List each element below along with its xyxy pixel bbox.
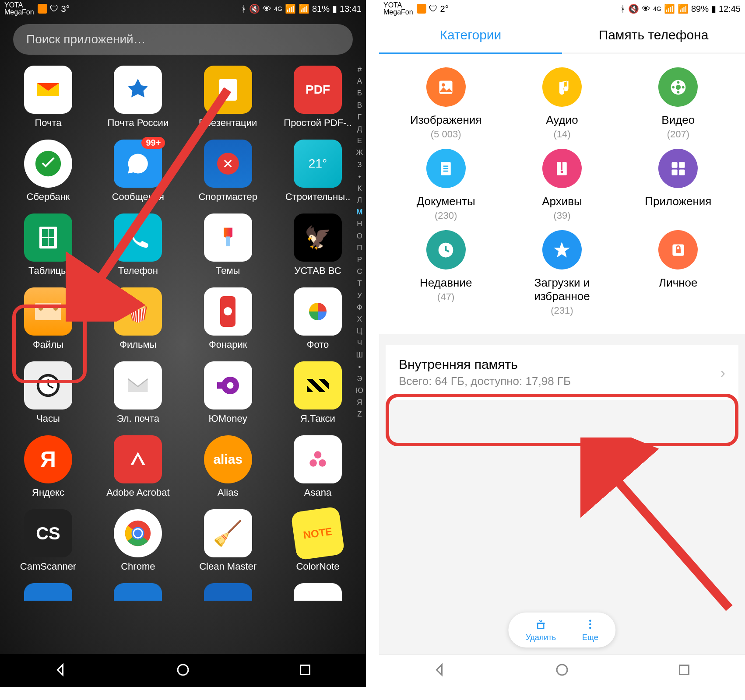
chevron-right-icon: ›	[720, 364, 725, 381]
svg-rect-31	[671, 162, 677, 168]
svg-point-2	[137, 163, 139, 165]
eye-comfort-icon: 👁	[642, 4, 650, 14]
mute-icon: 🔇	[628, 4, 639, 14]
app-partial-3[interactable]	[193, 583, 263, 601]
app-colornote[interactable]: NOTEColorNote	[283, 509, 353, 572]
app-asana[interactable]: Asana	[283, 435, 353, 498]
app-files[interactable]: Файлы	[13, 287, 83, 350]
carrier-label: YOTA MegaFon	[4, 2, 34, 16]
temperature-label: 2°	[440, 4, 449, 14]
category-private[interactable]: Личное	[626, 230, 731, 316]
search-input[interactable]: Поиск приложений…	[13, 24, 353, 55]
app-yandex-taxi[interactable]: Я.Такси	[283, 361, 353, 424]
app-email[interactable]: Эл. почта	[103, 361, 173, 424]
recents-button[interactable]	[676, 662, 692, 679]
app-partial-1[interactable]	[13, 583, 83, 601]
internal-storage-item[interactable]: Внутренняя память Всего: 64 ГБ, доступно…	[386, 345, 738, 400]
app-russian-post[interactable]: Почта России	[103, 66, 173, 129]
app-building[interactable]: 21°Строительны..	[283, 140, 353, 203]
signal-icon: 📶	[299, 4, 309, 14]
more-button[interactable]: Еще	[582, 618, 598, 642]
signal-icon: 📶	[285, 4, 296, 14]
app-indicator-icon	[38, 4, 47, 14]
svg-point-10	[314, 451, 322, 458]
category-documents[interactable]: Документы(230)	[394, 149, 499, 221]
tab-categories[interactable]: Категории	[379, 18, 562, 52]
svg-point-43	[557, 665, 567, 675]
delete-button[interactable]: Удалить	[526, 618, 556, 642]
app-flashlight[interactable]: Фонарик	[193, 287, 263, 350]
app-mail[interactable]: Почта	[13, 66, 83, 129]
app-adobe-acrobat[interactable]: Adobe Acrobat	[103, 435, 173, 498]
app-sportmaster[interactable]: ✕Спортмастер	[193, 140, 263, 203]
svg-point-23	[676, 84, 681, 89]
app-sheets[interactable]: Таблицы	[13, 214, 83, 276]
app-sberbank[interactable]: Сбербанк	[13, 140, 83, 203]
phone-app-drawer: YOTA MegaFon 🛡 3° ᚼ 🔇 👁 4G 📶 📶 81% ▮ 13:…	[0, 0, 366, 687]
app-alias[interactable]: aliasAlias	[193, 435, 263, 498]
app-indicator-icon	[417, 4, 426, 14]
app-partial-2[interactable]	[103, 583, 173, 601]
phone-files-app: YOTA MegaFon 🛡 2° ᚼ 🔇 👁 4G 📶 📶 89% ▮ 12:…	[379, 0, 745, 687]
svg-point-18	[178, 665, 188, 675]
svg-point-16	[134, 529, 142, 537]
category-video[interactable]: Видео(207)	[626, 67, 731, 140]
carrier-label: YOTA MegaFon	[383, 2, 413, 16]
app-clock[interactable]: Часы	[13, 361, 83, 424]
app-yoomoney[interactable]: ЮMoney	[193, 361, 263, 424]
app-camscanner[interactable]: CSCamScanner	[13, 509, 83, 572]
app-slides[interactable]: Презентации	[193, 66, 263, 129]
svg-point-27	[672, 86, 675, 88]
svg-rect-37	[676, 249, 681, 253]
category-downloads-favorites[interactable]: Загрузки и избранное(231)	[510, 230, 615, 316]
app-movies[interactable]: 🍿Фильмы	[103, 287, 173, 350]
storage-subtitle: Всего: 64 ГБ, доступно: 17,98 ГБ	[399, 374, 571, 388]
highlight-storage	[386, 394, 738, 446]
back-button[interactable]	[432, 662, 448, 679]
clock-label: 13:41	[340, 4, 362, 14]
tab-phone-storage[interactable]: Память телефона	[562, 18, 745, 52]
svg-line-38	[602, 464, 729, 608]
category-images[interactable]: Изображения(5 003)	[394, 67, 499, 140]
battery-label: 89%	[691, 4, 709, 14]
category-archives[interactable]: Архивы(39)	[510, 149, 615, 221]
home-button[interactable]	[554, 662, 570, 679]
network-4g-icon: 4G	[653, 5, 661, 12]
svg-point-8	[227, 382, 233, 389]
bluetooth-icon: ᚼ	[620, 4, 626, 14]
app-ustav-vs[interactable]: 🦅УСТАВ ВС	[283, 214, 353, 276]
shield-icon: 🛡	[429, 4, 438, 14]
category-recent[interactable]: Недавние(47)	[394, 230, 499, 316]
svg-rect-9	[217, 382, 224, 389]
category-audio[interactable]: Аудио(14)	[510, 67, 615, 140]
bluetooth-icon: ᚼ	[241, 4, 246, 14]
svg-rect-32	[679, 162, 685, 168]
app-clean-master[interactable]: 🧹Clean Master	[193, 509, 263, 572]
app-messages[interactable]: 99+Сообщения	[103, 140, 173, 203]
app-themes[interactable]: Темы	[193, 214, 263, 276]
battery-label: 81%	[312, 4, 330, 14]
recents-button[interactable]	[297, 662, 313, 679]
svg-rect-34	[679, 169, 685, 175]
shield-icon: 🛡	[50, 4, 59, 14]
home-button[interactable]	[175, 662, 191, 679]
app-photos[interactable]: Фото	[283, 287, 353, 350]
status-bar: YOTA MegaFon 🛡 3° ᚼ 🔇 👁 4G 📶 📶 81% ▮ 13:…	[0, 0, 366, 18]
svg-rect-19	[300, 665, 309, 674]
battery-icon: ▮	[332, 4, 337, 14]
svg-point-24	[677, 81, 680, 84]
svg-point-42	[589, 626, 591, 629]
nav-bar	[379, 654, 745, 687]
app-yandex[interactable]: ЯЯндекс	[13, 435, 83, 498]
app-chrome[interactable]: Chrome	[103, 509, 173, 572]
app-partial-4[interactable]	[283, 583, 353, 601]
alphabet-index[interactable]: #АБВГДЕЖЗ•КЛМНОПРСТУФХЦЧШ•ЭЮЯZ	[356, 63, 363, 420]
svg-rect-33	[671, 169, 677, 175]
category-apps[interactable]: Приложения	[626, 149, 731, 221]
back-button[interactable]	[53, 662, 69, 679]
tabs: Категории Память телефона	[379, 18, 745, 52]
app-phone[interactable]: Телефон	[103, 214, 173, 276]
app-simple-pdf[interactable]: PDFПростой PDF-..	[283, 66, 353, 129]
svg-point-26	[677, 91, 680, 93]
svg-point-11	[309, 459, 317, 467]
